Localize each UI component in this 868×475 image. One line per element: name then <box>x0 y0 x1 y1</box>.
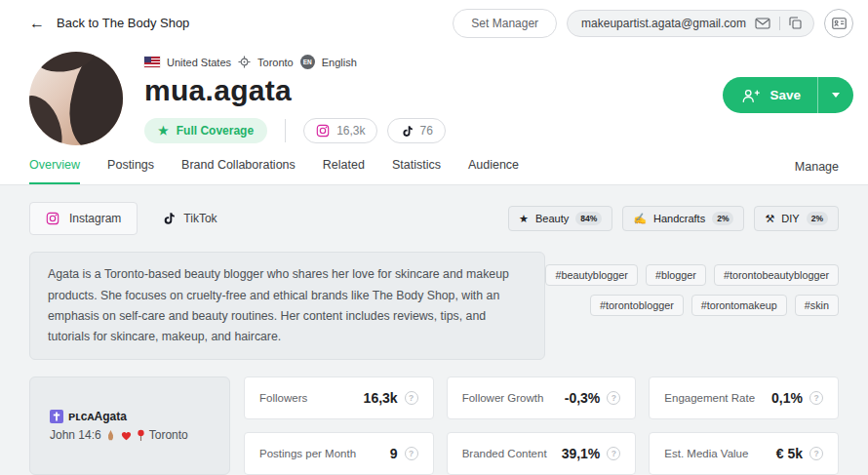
help-icon[interactable]: ? <box>607 447 620 460</box>
stat-label: Est. Media Value <box>664 448 748 459</box>
help-icon[interactable]: ? <box>405 391 418 405</box>
instagram-tab-label: Instagram <box>69 212 121 225</box>
help-icon[interactable]: ? <box>809 447 823 460</box>
avatar-hair <box>33 52 99 76</box>
platform-tab-instagram[interactable]: Instagram <box>29 202 138 235</box>
tiktok-tab-label: TikTok <box>183 212 217 225</box>
hashtag-chip[interactable]: #skin <box>795 295 839 316</box>
profile-note-card: ᴘʟᴄᴀAgata John 14:6 Toronto <box>29 376 230 475</box>
pin-icon <box>136 429 146 442</box>
tab-overview[interactable]: Overview <box>29 158 80 184</box>
stat-card-est-media-value: Est. Media Value € 5k ? <box>649 432 839 475</box>
back-link[interactable]: ← Back to The Body Shop <box>29 16 189 31</box>
category-chip-handcrafts[interactable]: ✍ Handcrafts 2% <box>622 206 744 231</box>
stat-value: € 5k <box>776 446 803 461</box>
verse-text: John 14:6 <box>50 428 101 442</box>
handle-text: ᴘʟᴄᴀAgata <box>68 410 127 423</box>
us-flag-icon <box>144 57 160 67</box>
back-arrow-icon: ← <box>29 16 45 31</box>
coverage-label: Full Coverage <box>177 124 254 138</box>
category-chip-diy[interactable]: ⚒ DIY 2% <box>754 206 839 231</box>
email-text: makeupartist.agata@gmail.com <box>581 17 746 30</box>
stat-card-followers: Followers 16,3k ? <box>244 376 434 419</box>
stat-card-engagement-rate: Engagement Rate 0,1% ? <box>649 376 839 419</box>
category-label: Beauty <box>535 213 569 224</box>
tiktok-icon <box>400 125 413 138</box>
stat-label: Engagement Rate <box>664 392 755 404</box>
email-pill[interactable]: makeupartist.agata@gmail.com <box>567 10 814 37</box>
platform-tab-tiktok[interactable]: TikTok <box>161 212 217 225</box>
save-label: Save <box>769 88 801 102</box>
tab-statistics[interactable]: Statistics <box>392 158 441 184</box>
stat-value: 0,1% <box>771 390 803 406</box>
profile-header: United States Toronto EN English mua.aga… <box>0 40 868 145</box>
save-button[interactable]: Save <box>723 88 817 103</box>
hashtag-chip[interactable]: #beautyblogger <box>545 264 637 286</box>
set-manager-button[interactable]: Set Manager <box>453 9 557 38</box>
stat-label: Followers <box>259 392 307 404</box>
stat-card-branded-content: Branded Content 39,1% ? <box>447 432 637 475</box>
tab-related[interactable]: Related <box>323 158 365 184</box>
stat-label: Branded Content <box>462 448 547 459</box>
instagram-followers-count: 16,3k <box>336 124 365 138</box>
hashtag-chip[interactable]: #torontoblogger <box>590 295 684 316</box>
stat-value: -0,3% <box>565 390 601 406</box>
save-dropdown-button[interactable] <box>818 93 853 98</box>
copy-icon[interactable] <box>789 17 802 29</box>
stat-value: 9 <box>390 446 398 461</box>
topbar: ← Back to The Body Shop Set Manager make… <box>0 0 868 40</box>
tiktok-followers-pill[interactable]: 76 <box>387 118 445 143</box>
hashtag-chip[interactable]: #torontobeautyblogger <box>714 264 839 286</box>
overview-content: Instagram TikTok ★ Beauty 84% ✍ Handcraf… <box>0 185 868 475</box>
profile-name: mua.agata <box>144 74 455 107</box>
hashtag-chip[interactable]: #torontomakeup <box>691 295 787 316</box>
diy-icon: ⚒ <box>765 213 774 225</box>
back-label: Back to The Body Shop <box>57 16 189 30</box>
language-code-badge: EN <box>300 55 315 69</box>
category-chip-beauty[interactable]: ★ Beauty 84% <box>508 206 612 231</box>
stats-grid: Followers 16,3k ? Follower Growth -0,3% … <box>244 376 839 475</box>
category-percentage: 2% <box>712 212 733 225</box>
full-coverage-badge: ★ Full Coverage <box>144 118 267 143</box>
tab-brand-collaborations[interactable]: Brand Collaborations <box>181 158 296 184</box>
help-icon[interactable]: ? <box>607 391 620 405</box>
note-location-text: Toronto <box>149 428 188 442</box>
person-plus-icon <box>741 88 760 103</box>
contact-card-icon <box>832 18 847 29</box>
tab-postings[interactable]: Postings <box>107 158 154 184</box>
email-pill-divider <box>779 17 780 30</box>
language-label: English <box>322 57 357 68</box>
chevron-down-icon <box>832 93 840 98</box>
help-icon[interactable]: ? <box>405 447 418 460</box>
category-label: DIY <box>781 213 799 224</box>
instagram-icon <box>316 124 330 138</box>
manage-link[interactable]: Manage <box>795 160 839 184</box>
help-icon[interactable]: ? <box>809 391 823 405</box>
instagram-icon <box>46 212 59 225</box>
instagram-followers-pill[interactable]: 16,3k <box>303 118 377 143</box>
stat-label: Postings per Month <box>259 448 356 459</box>
category-percentage: 2% <box>807 212 828 225</box>
category-label: Handcrafts <box>653 213 705 224</box>
save-button-group: Save <box>723 77 853 113</box>
beauty-icon: ★ <box>519 213 529 225</box>
bio-card: Agata is a Toronto-based beauty blogger … <box>29 252 545 360</box>
location-crosshair-icon <box>238 56 251 68</box>
stat-card-follower-growth: Follower Growth -0,3% ? <box>447 376 637 419</box>
tiktok-followers-count: 76 <box>419 124 432 138</box>
envelope-icon[interactable] <box>755 18 770 29</box>
tab-audience[interactable]: Audience <box>468 158 519 184</box>
stat-value: 39,1% <box>562 446 601 461</box>
category-percentage: 84% <box>575 212 602 225</box>
tiktok-icon <box>161 212 175 225</box>
stat-card-postings-per-month: Postings per Month 9 ? <box>244 432 434 475</box>
country-label: United States <box>167 57 231 68</box>
praying-hands-icon <box>104 429 117 442</box>
avatar <box>29 52 123 145</box>
contact-card-button[interactable] <box>824 9 853 38</box>
hashtag-list: #beautyblogger #blogger #torontobeautybl… <box>545 252 839 316</box>
profile-meta: United States Toronto EN English <box>144 55 455 69</box>
hashtag-chip[interactable]: #blogger <box>646 264 706 286</box>
heart-icon <box>120 429 133 442</box>
tab-bar: Overview Postings Brand Collaborations R… <box>0 145 868 185</box>
